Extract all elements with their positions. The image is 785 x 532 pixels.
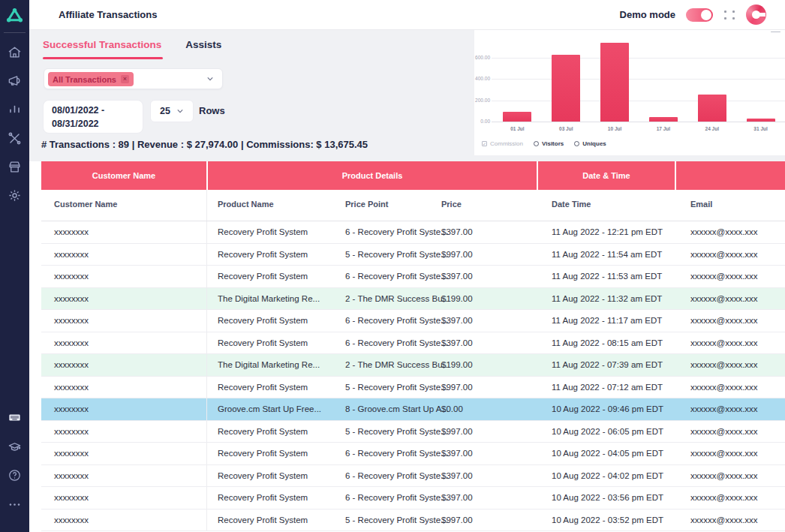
chart-bar[interactable]	[747, 119, 775, 122]
table-cell-email: xxxxxx@xxxx.xxx	[690, 427, 758, 436]
table-cell-price: $397.00	[441, 316, 473, 325]
table-cell-product: Recovery Profit System	[218, 515, 308, 524]
y-axis-tick-label: 600.00	[474, 55, 490, 60]
legend-item-uniques[interactable]: Uniques	[574, 140, 606, 147]
chevron-down-icon	[177, 108, 183, 114]
table-cell-customer: xxxxxxxx	[54, 338, 89, 347]
help-icon[interactable]	[8, 468, 22, 482]
table-cell-email: xxxxxx@xxxx.xxx	[690, 227, 758, 236]
table-cell-customer: xxxxxxxx	[54, 404, 89, 413]
chart-bar[interactable]	[600, 43, 629, 122]
date-range-input[interactable]: 08/01/2022 - 08/31/2022	[43, 100, 143, 134]
table-cell-customer: xxxxxxxx	[54, 250, 89, 259]
chart-bar[interactable]	[503, 112, 531, 122]
table-cell-price: $997.00	[441, 427, 473, 436]
more-dots-icon[interactable]	[8, 497, 22, 512]
page-title: Affiliate Transactions	[59, 9, 157, 20]
table-cell-product: Recovery Profit System	[218, 449, 308, 458]
circle-marker-icon	[534, 141, 539, 146]
table-row[interactable]: xxxxxxxxRecovery Profit System6 - Recove…	[41, 332, 785, 355]
table-cell-customer: xxxxxxxx	[54, 471, 89, 480]
table-cell-customer: xxxxxxxx	[54, 427, 89, 436]
table-cell-email: xxxxxx@xxxx.xxx	[690, 515, 758, 524]
column-divider	[206, 221, 207, 243]
megaphone-icon[interactable]	[8, 74, 22, 88]
demo-mode-toggle[interactable]	[686, 8, 713, 22]
chart-bar[interactable]	[649, 117, 678, 122]
graduation-cap-icon[interactable]	[8, 440, 22, 454]
table-row[interactable]: xxxxxxxxGroove.cm Start Up Free...8 - Gr…	[41, 398, 785, 421]
fullscreen-icon[interactable]	[723, 9, 735, 21]
table-cell-date_time: 10 Aug 2022 - 06:05 pm EDT	[552, 427, 663, 436]
tab-successful-transactions[interactable]: Successful Transactions	[43, 39, 161, 59]
table-cell-price: $397.00	[441, 227, 473, 236]
table-cell-product: The Digital Marketing Re...	[218, 360, 320, 369]
table-cell-product: Groove.cm Start Up Free...	[218, 404, 321, 413]
x-axis-tick-label: 17 Jul	[639, 126, 688, 131]
table-cell-email: xxxxxx@xxxx.xxx	[690, 404, 758, 413]
filter-chip-label: All Transactions	[53, 75, 116, 84]
table-row[interactable]: xxxxxxxxRecovery Profit System5 - Recove…	[41, 244, 785, 266]
transactions-filter-select[interactable]: All Transactions ×	[44, 68, 223, 89]
chart-bar[interactable]	[552, 55, 580, 122]
filter-chip[interactable]: All Transactions ×	[48, 72, 134, 86]
column-header: Date Time	[552, 200, 591, 209]
column-header: Price Point	[345, 200, 388, 209]
rows-per-page-value: 25	[160, 106, 170, 116]
groove-logo-icon[interactable]	[5, 6, 24, 25]
table-row[interactable]: xxxxxxxxThe Digital Marketing Re...2 - T…	[41, 288, 785, 311]
table-row[interactable]: xxxxxxxxRecovery Profit System6 - Recove…	[41, 465, 785, 488]
table-cell-product: Recovery Profit System	[218, 383, 308, 392]
checkbox-icon: ✓	[482, 141, 487, 146]
table-row[interactable]: xxxxxxxxRecovery Profit System6 - Recove…	[41, 266, 785, 288]
tools-icon[interactable]	[8, 131, 22, 146]
table-row[interactable]: xxxxxxxxRecovery Profit System6 - Recove…	[41, 310, 785, 332]
toggle-knob	[701, 10, 711, 20]
table-row[interactable]: xxxxxxxxRecovery Profit System6 - Recove…	[41, 443, 785, 465]
column-divider	[206, 266, 207, 287]
table-row[interactable]: xxxxxxxxThe Digital Marketing Re...2 - T…	[41, 354, 785, 377]
table-row[interactable]: xxxxxxxxRecovery Profit System5 - Recove…	[41, 377, 785, 399]
table-row[interactable]: xxxxxxxxRecovery Profit System5 - Recove…	[41, 509, 785, 532]
home-icon[interactable]	[8, 45, 22, 59]
chevron-down-icon	[207, 76, 213, 82]
legend-item-commission[interactable]: ✓Commission	[482, 140, 523, 147]
table-row[interactable]: xxxxxxxxRecovery Profit System6 - Recove…	[41, 221, 785, 244]
circle-marker-icon	[574, 141, 579, 146]
storefront-icon[interactable]	[8, 160, 22, 174]
tab-assists[interactable]: Assists	[185, 39, 221, 59]
y-axis-tick-label: 400.00	[474, 76, 490, 81]
column-divider	[206, 443, 207, 464]
bar-chart-icon[interactable]	[8, 102, 22, 116]
column-header: Customer Name	[54, 200, 117, 209]
table-cell-price: $997.00	[441, 515, 473, 524]
tab-bar: Successful Transactions Assists	[43, 39, 221, 59]
table-row[interactable]: xxxxxxxxRecovery Profit System6 - Recove…	[41, 487, 785, 509]
table-cell-price: $397.00	[441, 338, 473, 347]
avatar[interactable]	[746, 5, 766, 25]
table-cell-price_point: 6 - Recovery Profit Syste...	[345, 272, 448, 281]
table-cell-customer: xxxxxxxx	[54, 272, 89, 281]
keyboard-icon[interactable]	[8, 410, 22, 425]
legend-item-visitors[interactable]: Visitors	[534, 140, 564, 147]
column-divider	[206, 310, 207, 332]
gear-icon[interactable]	[8, 188, 22, 203]
topbar: Affiliate Transactions Demo mode	[29, 0, 785, 30]
table-cell-price_point: 6 - Recovery Profit Syste...	[345, 493, 448, 502]
demo-mode-label: Demo mode	[620, 9, 675, 20]
x-axis-tick-label: 01 Jul	[493, 126, 542, 131]
column-header: Price	[441, 200, 462, 209]
chip-remove-icon[interactable]: ×	[121, 75, 129, 83]
column-divider	[206, 377, 207, 398]
table-cell-date_time: 11 Aug 2022 - 07:39 am EDT	[552, 360, 663, 369]
table-cell-price: $997.00	[441, 383, 473, 392]
table-cell-price_point: 5 - Recovery Profit Syste...	[345, 515, 448, 524]
rows-per-page-select[interactable]: 25	[150, 100, 194, 122]
table-row[interactable]: xxxxxxxxRecovery Profit System5 - Recove…	[41, 421, 785, 443]
table-cell-price: $397.00	[441, 449, 473, 458]
table-cell-product: Recovery Profit System	[218, 338, 308, 347]
table-cell-price_point: 8 - Groove.cm Start Up A...	[345, 404, 449, 413]
chart-bar[interactable]	[698, 95, 726, 122]
table-cell-price: $397.00	[441, 272, 473, 281]
x-axis-tick-label: 24 Jul	[687, 126, 736, 131]
